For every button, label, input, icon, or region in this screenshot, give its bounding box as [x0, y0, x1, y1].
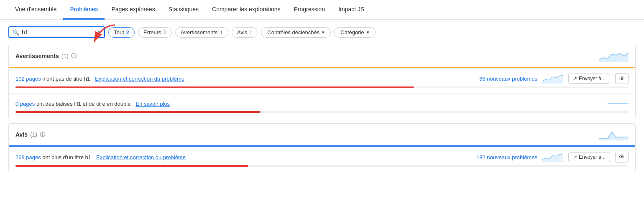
controles-label: Contrôles déclenchés — [267, 29, 319, 36]
nav-bar: Vue d'ensemble Problèmes Pages explorées… — [0, 0, 644, 20]
issue-row-3-desc: ont plus d'un titre h1 — [42, 154, 91, 160]
progress-bar-container-3 — [15, 165, 629, 167]
send-to-button-1[interactable]: ↗ Envoyer à... — [568, 74, 610, 84]
issue-row-2-link[interactable]: En savoir plus — [135, 101, 170, 107]
progress-bar-1 — [15, 86, 414, 88]
issue-row-1-right: 66 nouveaux problèmes ↗ Envoyer à... 👁 — [479, 73, 629, 84]
issue-row-3-right: 182 nouveaux problèmes ↗ Envoyer à... 👁 — [476, 152, 629, 163]
categorie-dropdown-button[interactable]: Catégorie ▾ — [334, 27, 375, 38]
search-icon: 🔍 — [13, 29, 19, 36]
eye-icon-1: 👁 — [619, 75, 625, 82]
clear-search-button[interactable]: × — [97, 29, 101, 36]
controles-dropdown-button[interactable]: Contrôles déclenchés ▾ — [261, 27, 331, 38]
avertissements-title: Avertissements (1) ⓘ — [15, 52, 77, 60]
chevron-down-icon: ▾ — [322, 30, 325, 35]
search-box[interactable]: 🔍 × — [8, 26, 105, 38]
categorie-label: Catégorie — [340, 29, 364, 36]
filter-avis-count: 1 — [249, 29, 252, 36]
nav-item-problemes[interactable]: Problèmes — [63, 0, 105, 20]
issue-row-2-title: 0 pages ont des balises H1 et de titre e… — [15, 101, 130, 107]
avertissements-section: Avertissements (1) ⓘ 102 pages n'ont pas… — [8, 45, 636, 118]
main-content: 🔍 × Tout 2 Erreurs 0 Avertissements 1 Av… — [0, 20, 644, 179]
filter-erreurs-label: Erreurs — [143, 29, 161, 36]
filter-bar: 🔍 × Tout 2 Erreurs 0 Avertissements 1 Av… — [8, 26, 636, 38]
filter-avertissements-label: Avertissements — [181, 29, 218, 36]
chevron-down-icon-2: ▾ — [367, 30, 369, 35]
avis-section: Avis (1) ⓘ 268 pages ont plus d'un titre… — [8, 123, 636, 172]
avis-title-text: Avis — [15, 131, 28, 138]
nav-item-statistiques[interactable]: Statistiques — [162, 0, 205, 20]
eye-icon-3: 👁 — [619, 154, 625, 160]
issue-row-1-title: 102 pages n'ont pas de titre h1 — [15, 76, 90, 82]
issue-row-3: 268 pages ont plus d'un titre h1 Explica… — [9, 147, 635, 172]
filter-avertissements-count: 1 — [220, 29, 223, 36]
issue-row-2: 0 pages ont des balises H1 et de titre e… — [9, 94, 635, 118]
issue-row-1-content: 102 pages n'ont pas de titre h1 Explicat… — [15, 73, 629, 84]
nav-item-comparer[interactable]: Comparer les explorations — [205, 0, 287, 20]
send-icon-3: ↗ — [573, 154, 577, 160]
sparkline-issue-3 — [542, 152, 563, 162]
send-label-3: Envoyer à... — [579, 154, 606, 160]
send-label-1: Envoyer à... — [579, 76, 606, 81]
filter-erreurs-button[interactable]: Erreurs 0 — [138, 27, 172, 38]
issue-row-2-page-count[interactable]: 0 pages — [15, 101, 35, 107]
sparkline-avis — [599, 129, 629, 140]
progress-bar-3 — [15, 165, 248, 167]
filter-avis-button[interactable]: Avis 1 — [232, 27, 258, 38]
avertissements-count: (1) — [61, 53, 69, 59]
filter-tout-label: Tout — [114, 29, 124, 36]
progress-bar-container-2 — [15, 111, 629, 113]
progress-bar-container-1 — [15, 86, 629, 88]
nav-item-pages-explorees[interactable]: Pages explorées — [105, 0, 161, 20]
sparkline-avertissements — [599, 50, 629, 62]
issue-row-3-link[interactable]: Explication et correction du problème — [96, 154, 186, 160]
send-icon-1: ↗ — [573, 76, 577, 81]
issue-row-1-link[interactable]: Explication et correction du problème — [95, 76, 184, 82]
avis-header: Avis (1) ⓘ — [9, 124, 635, 147]
progress-bar-2 — [15, 111, 261, 113]
avis-title: Avis (1) ⓘ — [15, 131, 45, 138]
eye-button-1[interactable]: 👁 — [615, 73, 629, 84]
issue-row-2-desc: ont des balises H1 et de titre en double — [36, 101, 130, 107]
issue-row-1-desc: n'ont pas de titre h1 — [42, 76, 90, 82]
issue-row-1-new-problems: 66 nouveaux problèmes — [479, 76, 537, 82]
nav-item-vue-ensemble[interactable]: Vue d'ensemble — [8, 0, 63, 20]
avertissements-header: Avertissements (1) ⓘ — [9, 45, 635, 68]
filter-avertissements-button[interactable]: Avertissements 1 — [175, 27, 228, 38]
issue-row-3-page-count[interactable]: 268 pages — [15, 154, 41, 160]
issue-row-1-page-count[interactable]: 102 pages — [15, 76, 41, 82]
send-to-button-3[interactable]: ↗ Envoyer à... — [568, 152, 610, 162]
eye-button-3[interactable]: 👁 — [615, 152, 629, 163]
filter-erreurs-count: 0 — [164, 29, 166, 36]
sparkline-issue-2 — [608, 99, 629, 109]
issue-row-1: 102 pages n'ont pas de titre h1 Explicat… — [9, 68, 635, 94]
info-icon-avertissements[interactable]: ⓘ — [71, 52, 77, 60]
info-icon-avis[interactable]: ⓘ — [40, 131, 45, 138]
issue-row-2-right — [608, 99, 629, 109]
issue-row-2-content: 0 pages ont des balises H1 et de titre e… — [15, 99, 629, 109]
search-input[interactable] — [22, 29, 95, 36]
filter-tout-button[interactable]: Tout 2 — [108, 27, 135, 38]
issue-row-1-left: 102 pages n'ont pas de titre h1 Explicat… — [15, 76, 479, 82]
issue-row-3-left: 268 pages ont plus d'un titre h1 Explica… — [15, 154, 476, 160]
nav-item-impact-js[interactable]: Impact JS — [332, 0, 371, 20]
filter-tout-count: 2 — [126, 29, 129, 36]
sparkline-issue-1 — [542, 74, 563, 84]
issue-row-2-left: 0 pages ont des balises H1 et de titre e… — [15, 101, 608, 107]
issue-row-3-new-problems: 182 nouveaux problèmes — [476, 154, 537, 160]
avertissements-title-text: Avertissements — [15, 53, 59, 59]
avis-count: (1) — [30, 131, 37, 138]
filter-avis-label: Avis — [237, 29, 247, 36]
issue-row-3-content: 268 pages ont plus d'un titre h1 Explica… — [15, 152, 629, 163]
nav-item-progression[interactable]: Progression — [287, 0, 332, 20]
issue-row-3-title: 268 pages ont plus d'un titre h1 — [15, 154, 91, 160]
